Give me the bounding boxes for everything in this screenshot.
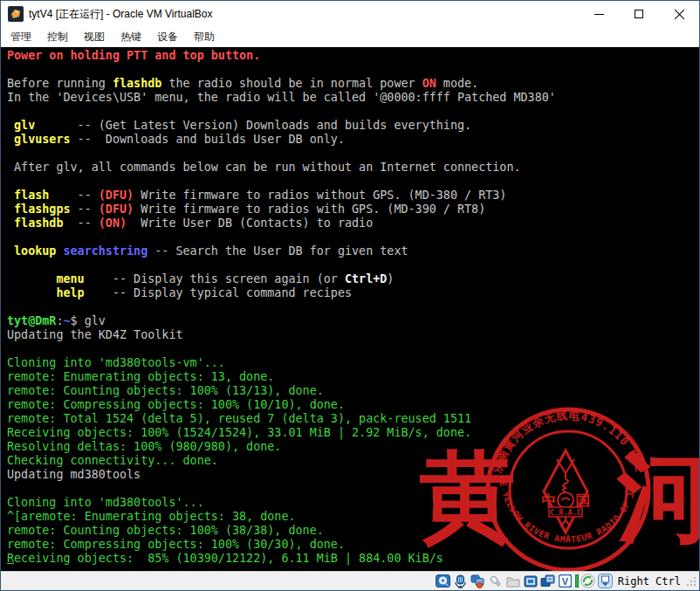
terminal-line: Cloning into 'md380tools'... (7, 496, 699, 510)
terminal-line: glvusers -- Downloads and builds User DB… (7, 133, 699, 147)
terminal-line: Updating the KD4Z Toolkit (7, 328, 699, 342)
audio-icon[interactable] (452, 573, 470, 590)
svg-text:V: V (562, 576, 569, 587)
terminal-line: remote: Compressing objects: 100% (30/30… (7, 538, 699, 552)
terminal-line: In the 'Devices\USB' menu, the radio wil… (7, 91, 699, 105)
terminal-line: remote: Compressing objects: 100% (10/10… (7, 398, 699, 412)
terminal-line (7, 63, 699, 77)
host-key-label: Right Ctrl (618, 575, 681, 588)
maximize-icon (635, 10, 643, 18)
display-icon[interactable] (522, 573, 539, 590)
network-icon[interactable] (470, 573, 487, 590)
hard-disk-icon[interactable] (435, 573, 452, 590)
terminal-line: Power on holding PTT and top button. (7, 49, 699, 63)
close-button[interactable] (659, 2, 699, 27)
terminal-line (7, 342, 699, 356)
terminal-line: remote: Counting objects: 100% (13/13), … (7, 384, 699, 398)
virtualbox-window: tytV4 [正在运行] - Oracle VM VirtualBox 管理 控… (0, 0, 700, 591)
terminal-line: menu -- Display this screen again (or Ct… (7, 272, 699, 286)
terminal-line (7, 147, 699, 161)
recording-icon[interactable] (539, 573, 557, 590)
activity-indicator (575, 574, 579, 588)
maximize-button[interactable] (619, 2, 659, 27)
terminal-line (7, 175, 699, 189)
app-icon (8, 6, 24, 22)
menu-hotkeys[interactable]: 热键 (113, 27, 149, 47)
terminal-line: help -- Display typical command recipes (7, 286, 699, 300)
terminal-line: remote: Total 1524 (delta 5), reused 7 (… (7, 412, 699, 426)
window-title: tytV4 [正在运行] - Oracle VM VirtualBox (29, 7, 213, 22)
terminal-line: glv -- (Get Latest Version) Downloads an… (7, 119, 699, 133)
terminal-line (7, 230, 699, 244)
terminal-line: Cloning into 'md380tools-vm'... (7, 356, 699, 370)
terminal-screen[interactable]: Power on holding PTT and top button. Bef… (1, 47, 699, 571)
menu-control[interactable]: 控制 (39, 27, 76, 47)
terminal-line: Receiving objects: 85% (10390/12122), 6.… (7, 552, 699, 566)
terminal-line: Receiving objects: 100% (1524/1524), 33.… (7, 426, 699, 440)
status-bar: V Right Ctrl (1, 571, 699, 590)
terminal-line (7, 300, 699, 314)
terminal-line: remote: Enumerating objects: 13, done. (7, 370, 699, 384)
menu-bar: 管理 控制 视图 热键 设备 帮助 (1, 27, 699, 47)
terminal-line: flash -- (DFU) Write firmware to radios … (7, 189, 699, 203)
minimize-button[interactable] (579, 2, 619, 27)
terminal-line (7, 482, 699, 496)
menu-help[interactable]: 帮助 (186, 27, 223, 47)
terminal-output: Power on holding PTT and top button. Bef… (7, 49, 699, 566)
usb-icon[interactable] (487, 573, 504, 590)
menu-view[interactable]: 视图 (76, 27, 113, 47)
menu-devices[interactable]: 设备 (149, 27, 186, 47)
shared-folders-icon[interactable] (504, 573, 522, 590)
title-bar[interactable]: tytV4 [正在运行] - Oracle VM VirtualBox (1, 1, 699, 27)
close-icon (674, 9, 684, 19)
resize-grip[interactable] (686, 576, 697, 587)
features-icon[interactable]: V (557, 573, 574, 590)
terminal-line: remote: Counting objects: 100% (38/38), … (7, 524, 699, 538)
terminal-line (7, 105, 699, 119)
menu-machine[interactable]: 管理 (3, 27, 39, 47)
minimize-icon (594, 14, 604, 15)
mouse-integration-icon[interactable] (580, 573, 597, 590)
terminal-line: After glv, all commands below can be run… (7, 161, 699, 175)
terminal-line: Checking connectivity... done. (7, 454, 699, 468)
terminal-line: Updating md380tools (7, 468, 699, 482)
terminal-line: flashdb -- (ON) Write User DB (Contacts)… (7, 216, 699, 230)
terminal-line: Before running flashdb the radio should … (7, 77, 699, 91)
keyboard-capture-icon[interactable] (597, 573, 614, 590)
terminal-line (7, 258, 699, 272)
terminal-line: Resolving deltas: 100% (980/980), done. (7, 440, 699, 454)
terminal-line: lookup searchstring -- Search the User D… (7, 244, 699, 258)
terminal-line: flashgps -- (DFU) Write firmware to radi… (7, 203, 699, 216)
terminal-line: ^[aremote: Enumerating objects: 38, done… (7, 510, 699, 524)
terminal-line: tyt@DmR:~$ glv (7, 314, 699, 328)
